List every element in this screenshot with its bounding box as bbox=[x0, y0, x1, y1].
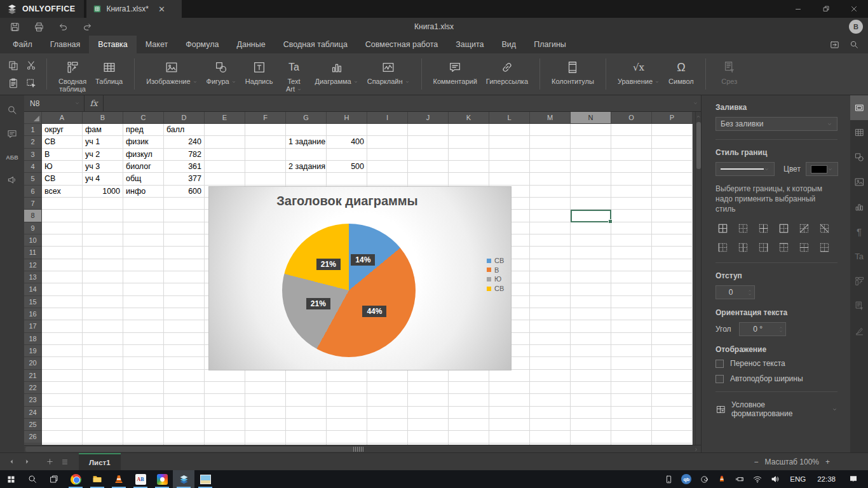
print-button[interactable] bbox=[29, 19, 48, 34]
cell-A13[interactable] bbox=[42, 271, 83, 283]
cell-H5[interactable] bbox=[327, 173, 367, 185]
slicer-settings-icon[interactable] bbox=[850, 294, 868, 318]
cell-C10[interactable] bbox=[123, 234, 164, 247]
cell-M15[interactable] bbox=[530, 296, 571, 308]
cell-J1[interactable] bbox=[408, 124, 449, 136]
cell-P16[interactable] bbox=[652, 308, 693, 320]
menu-tab-formula[interactable]: Формула bbox=[177, 36, 227, 53]
cell-P8[interactable] bbox=[652, 210, 693, 222]
cell-M1[interactable] bbox=[530, 124, 571, 136]
fill-dropdown[interactable]: Без заливки bbox=[715, 117, 837, 131]
cell-G26[interactable] bbox=[286, 431, 327, 443]
cell-D1[interactable]: балл bbox=[164, 124, 205, 136]
cell-J21[interactable] bbox=[408, 370, 449, 382]
cell-M11[interactable] bbox=[530, 247, 571, 259]
cell-G3[interactable] bbox=[286, 149, 327, 161]
chart-settings-icon[interactable] bbox=[850, 194, 868, 219]
cell-D4[interactable]: 361 bbox=[164, 161, 205, 173]
row-header-25[interactable]: 25 bbox=[24, 419, 42, 431]
menu-tab-layout[interactable]: Макет bbox=[137, 36, 177, 53]
cell-B17[interactable] bbox=[83, 320, 123, 332]
cell-O14[interactable] bbox=[611, 283, 652, 295]
cell-M8[interactable] bbox=[530, 210, 571, 222]
cell-A12[interactable] bbox=[42, 259, 83, 271]
cell-A8[interactable] bbox=[42, 210, 83, 222]
row-header-17[interactable]: 17 bbox=[24, 320, 42, 332]
cell-P26[interactable] bbox=[652, 431, 693, 443]
cell-E23[interactable] bbox=[205, 394, 245, 406]
border-diag-down-button[interactable] bbox=[817, 221, 831, 235]
menu-tab-pivot-table[interactable]: Сводная таблица bbox=[275, 36, 356, 53]
cell-D15[interactable] bbox=[164, 296, 205, 308]
taskbar-search-icon[interactable] bbox=[22, 470, 43, 488]
save-button[interactable] bbox=[5, 19, 24, 34]
column-header-C[interactable]: C bbox=[123, 112, 164, 124]
cell-N1[interactable] bbox=[571, 124, 611, 136]
cell-C20[interactable] bbox=[123, 357, 164, 369]
horizontal-scrollbar[interactable] bbox=[24, 445, 701, 452]
cell-B19[interactable] bbox=[83, 345, 123, 357]
cell-B24[interactable] bbox=[83, 407, 123, 419]
row-header-3[interactable]: 3 bbox=[24, 149, 42, 161]
cell-F23[interactable] bbox=[245, 394, 286, 406]
tray-vlc-tray-icon[interactable] bbox=[714, 475, 729, 484]
cell-B25[interactable] bbox=[83, 419, 123, 431]
cell-O8[interactable] bbox=[611, 210, 652, 222]
cell-G4[interactable]: 2 задания bbox=[286, 161, 327, 173]
table-settings-icon[interactable] bbox=[850, 120, 868, 145]
cell-F5[interactable] bbox=[245, 173, 286, 185]
cell-M21[interactable] bbox=[530, 370, 571, 382]
spellcheck-icon[interactable]: АБВ bbox=[6, 152, 18, 161]
row-header-14[interactable]: 14 bbox=[24, 283, 42, 295]
row-header-10[interactable]: 10 bbox=[24, 234, 42, 247]
cell-I5[interactable] bbox=[367, 173, 408, 185]
row-header-16[interactable]: 16 bbox=[24, 308, 42, 320]
formula-bar-expand-icon[interactable] bbox=[689, 95, 701, 111]
row-header-5[interactable]: 5 bbox=[24, 173, 42, 185]
cell-E1[interactable] bbox=[205, 124, 245, 136]
column-header-M[interactable]: M bbox=[530, 112, 571, 124]
signature-settings-icon[interactable] bbox=[850, 318, 868, 343]
cell-name-box[interactable]: N8 bbox=[24, 95, 85, 111]
row-header-26[interactable]: 26 bbox=[24, 431, 42, 443]
cell-A24[interactable] bbox=[42, 407, 83, 419]
cell-I21[interactable] bbox=[367, 370, 408, 382]
cell-N11[interactable] bbox=[571, 247, 611, 259]
cell-O24[interactable] bbox=[611, 407, 652, 419]
cell-N6[interactable] bbox=[571, 186, 611, 198]
chart-button[interactable]: Диаграмма bbox=[311, 57, 363, 87]
cell-O7[interactable] bbox=[611, 198, 652, 210]
row-header-21[interactable]: 21 bbox=[24, 370, 42, 382]
row-header-19[interactable]: 19 bbox=[24, 345, 42, 357]
cell-N9[interactable] bbox=[571, 222, 611, 234]
cell-N3[interactable] bbox=[571, 149, 611, 161]
cell-M10[interactable] bbox=[530, 234, 571, 247]
taskbar-start-icon[interactable] bbox=[0, 470, 22, 488]
scrollbar-grip[interactable] bbox=[353, 447, 363, 452]
shape-button[interactable]: Фигура bbox=[202, 57, 241, 87]
tray-wifi-icon[interactable] bbox=[750, 474, 765, 484]
cell-A4[interactable]: Ю bbox=[42, 161, 83, 173]
next-sheet-icon[interactable] bbox=[19, 453, 34, 470]
cell-N19[interactable] bbox=[571, 345, 611, 357]
border-line-style-dropdown[interactable] bbox=[715, 162, 775, 176]
cell-P4[interactable] bbox=[652, 161, 693, 173]
cell-K26[interactable] bbox=[449, 431, 489, 443]
cell-C16[interactable] bbox=[123, 308, 164, 320]
row-header-9[interactable]: 9 bbox=[24, 222, 42, 234]
cell-D25[interactable] bbox=[164, 419, 205, 431]
cell-H2[interactable]: 400 bbox=[327, 136, 367, 148]
cell-E24[interactable] bbox=[205, 407, 245, 419]
cell-P22[interactable] bbox=[652, 382, 693, 394]
cell-C8[interactable] bbox=[123, 210, 164, 222]
cell-A15[interactable] bbox=[42, 296, 83, 308]
cell-A11[interactable] bbox=[42, 247, 83, 259]
cell-K5[interactable] bbox=[449, 173, 489, 185]
cell-P13[interactable] bbox=[652, 271, 693, 283]
tray-spiral-icon[interactable] bbox=[696, 475, 712, 484]
cell-D23[interactable] bbox=[164, 394, 205, 406]
search-icon[interactable] bbox=[849, 39, 859, 50]
sheet-list-icon[interactable] bbox=[57, 453, 72, 470]
menu-tab-data[interactable]: Данные bbox=[228, 36, 275, 53]
border-all-button[interactable] bbox=[715, 221, 729, 235]
